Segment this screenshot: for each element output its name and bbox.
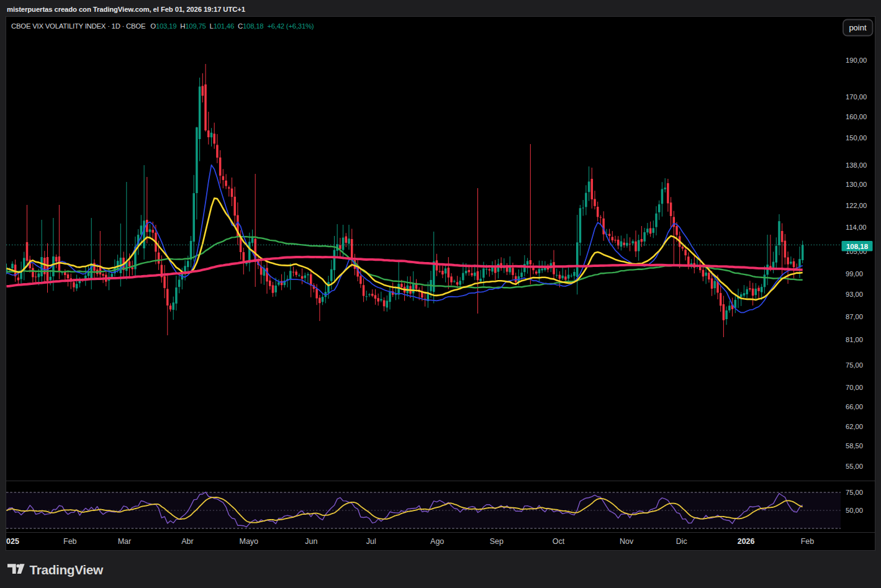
svg-text:Oct: Oct: [553, 537, 565, 546]
svg-text:81,00: 81,00: [846, 336, 863, 343]
svg-text:160,00: 160,00: [846, 113, 867, 120]
svg-text:point: point: [849, 23, 867, 32]
svg-text:Mar: Mar: [118, 537, 132, 546]
svg-text:Ago: Ago: [430, 537, 444, 546]
svg-text:55,00: 55,00: [846, 463, 863, 470]
svg-text:Abr: Abr: [181, 537, 193, 546]
svg-text:122,00: 122,00: [846, 202, 867, 209]
svg-text:62,00: 62,00: [846, 423, 863, 430]
svg-text:66,00: 66,00: [846, 403, 863, 410]
svg-text:misterpuertas creado con Tradi: misterpuertas creado con TradingView.com…: [7, 6, 245, 13]
svg-text:99,00: 99,00: [846, 270, 863, 278]
svg-text:170,00: 170,00: [846, 93, 867, 101]
svg-text:75,00: 75,00: [846, 361, 863, 369]
svg-text:50,00: 50,00: [846, 507, 863, 514]
svg-text:58,50: 58,50: [846, 442, 863, 450]
svg-text:108,18: 108,18: [846, 243, 869, 250]
svg-text:Jul: Jul: [366, 537, 376, 546]
svg-text:150,00: 150,00: [846, 134, 867, 142]
svg-text:CBOE VIX VOLATILITY INDEX · 1D: CBOE VIX VOLATILITY INDEX · 1D · CBOEO10…: [11, 22, 314, 30]
svg-text:TradingView: TradingView: [30, 563, 104, 577]
svg-text:Feb: Feb: [63, 537, 77, 546]
svg-text:87,00: 87,00: [846, 313, 863, 320]
svg-text:130,00: 130,00: [846, 181, 867, 188]
svg-text:2026: 2026: [738, 537, 755, 546]
svg-text:93,00: 93,00: [846, 291, 863, 298]
svg-text:190,00: 190,00: [846, 57, 867, 64]
svg-text:Sep: Sep: [490, 537, 504, 546]
svg-text:Feb: Feb: [801, 537, 815, 546]
svg-text:70,00: 70,00: [846, 384, 863, 391]
svg-text:Nov: Nov: [620, 537, 634, 546]
svg-text:Jun: Jun: [305, 537, 317, 546]
svg-text:114,00: 114,00: [846, 224, 866, 231]
svg-text:Mayo: Mayo: [240, 537, 259, 546]
svg-text:138,00: 138,00: [846, 161, 867, 169]
svg-text:75,00: 75,00: [846, 489, 863, 496]
svg-text:Dic: Dic: [676, 537, 687, 546]
